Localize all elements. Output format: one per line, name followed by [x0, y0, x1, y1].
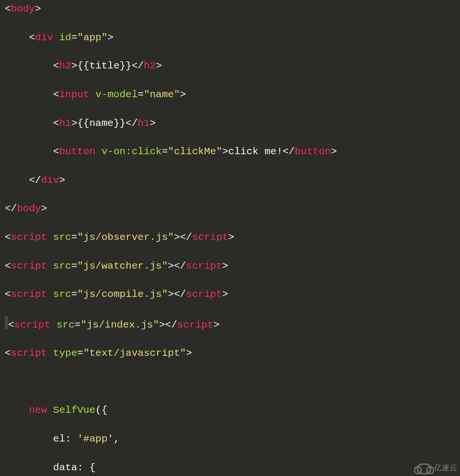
code-line: <h1>{{name}}</h1> — [5, 116, 455, 131]
cursor — [5, 316, 8, 329]
code-line: el: '#app', — [5, 432, 455, 446]
code-line: <script src="js/index.js"></script> — [5, 316, 455, 332]
code-line: <body> — [5, 2, 455, 16]
code-line: <button v-on:click="clickMe">click me!</… — [5, 145, 455, 159]
cloud-icon — [417, 464, 431, 474]
code-line: <h2>{{title}}</h2> — [5, 59, 455, 73]
code-line: <script type="text/javascript"> — [5, 346, 455, 361]
code-line: <input v-model="name"> — [5, 88, 455, 102]
code-line: <script src="js/compile.js"></script> — [5, 287, 455, 302]
watermark-label: 亿速云 — [434, 463, 457, 474]
code-editor[interactable]: <body> <div id="app"> <h2>{{title}}</h2>… — [0, 0, 460, 476]
code-line: </div> — [5, 173, 455, 188]
code-line: data: { — [5, 461, 455, 475]
code-line: </body> — [5, 202, 455, 216]
code-line: <script src="js/observer.js"></script> — [5, 230, 455, 245]
code-line — [5, 375, 455, 389]
code-line: <div id="app"> — [5, 31, 455, 45]
code-line: new SelfVue({ — [5, 403, 455, 418]
watermark: 亿速云 — [417, 463, 457, 474]
code-line: <script src="js/watcher.js"></script> — [5, 259, 455, 273]
